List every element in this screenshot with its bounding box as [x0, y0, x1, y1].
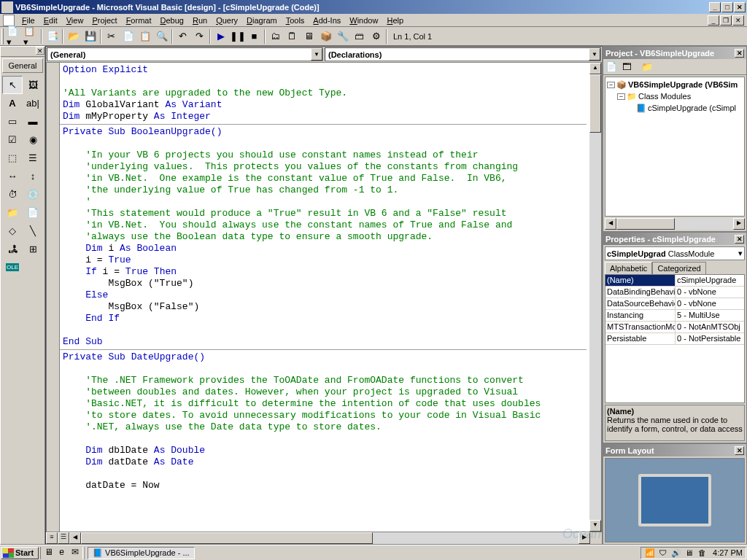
- start-button[interactable]: ▶: [212, 28, 229, 44]
- add-form-button[interactable]: 📋▾: [23, 28, 39, 44]
- menu-view[interactable]: View: [62, 15, 88, 26]
- copy-button[interactable]: 📄: [120, 28, 136, 44]
- save-button[interactable]: 💾: [82, 28, 98, 44]
- tab-categorized[interactable]: Categorized: [652, 262, 705, 274]
- dirlistbox-tool[interactable]: 📁: [2, 203, 23, 222]
- menu-edit[interactable]: Edit: [39, 15, 62, 26]
- textbox-tool[interactable]: ab|: [23, 94, 43, 112]
- tray-icon[interactable]: 📶: [644, 548, 655, 558]
- code-margin[interactable]: [47, 63, 60, 532]
- menu-diagram[interactable]: Diagram: [242, 15, 282, 26]
- property-row[interactable]: Persistable0 - NotPersistable: [605, 333, 744, 345]
- code-editor[interactable]: Option Explicit 'All Variants are upgrad…: [60, 63, 589, 532]
- toggle-folders-button[interactable]: 📁: [640, 61, 654, 74]
- listbox-tool[interactable]: ☰: [23, 149, 43, 167]
- open-button[interactable]: 📂: [65, 28, 82, 44]
- maximize-button[interactable]: □: [721, 2, 733, 12]
- toolbar-grip[interactable]: [1, 28, 4, 44]
- data-tool[interactable]: ⊞: [23, 240, 43, 258]
- menu-project[interactable]: Project: [88, 15, 121, 26]
- project-hscrollbar[interactable]: ◀▶: [605, 218, 745, 230]
- find-button[interactable]: 🔍: [153, 28, 170, 44]
- tray-icon[interactable]: 🖥: [684, 548, 694, 557]
- tray-icon[interactable]: 🛡: [657, 548, 668, 557]
- property-row[interactable]: Instancing5 - MultiUse: [605, 310, 744, 322]
- scroll-left-button[interactable]: ◀: [69, 532, 81, 544]
- redo-button[interactable]: ↷: [191, 28, 208, 44]
- vscrollbar-tool[interactable]: ↕: [23, 167, 43, 185]
- combobox-tool[interactable]: ⬚: [2, 149, 23, 167]
- frame-tool[interactable]: ▭: [2, 112, 23, 131]
- scroll-thumb-h[interactable]: [81, 532, 373, 544]
- menu-run[interactable]: Run: [188, 15, 212, 26]
- menu-query[interactable]: Query: [212, 15, 242, 26]
- component-manager-button[interactable]: ⚙: [368, 28, 384, 44]
- form-layout-button[interactable]: 🖥: [301, 28, 317, 44]
- properties-grid[interactable]: (Name)cSimpleUpgradeDataBindingBehavio0 …: [605, 274, 745, 403]
- menu-tools[interactable]: Tools: [282, 15, 309, 26]
- add-project-button[interactable]: 📄▾: [6, 28, 23, 44]
- filelistbox-tool[interactable]: 📄: [23, 203, 43, 222]
- toolbox-tab-general[interactable]: General: [2, 58, 43, 73]
- vertical-scrollbar[interactable]: ▲ ▼: [589, 63, 601, 532]
- show-desktop-icon[interactable]: 🖥: [42, 547, 55, 559]
- minimize-button[interactable]: _: [709, 2, 721, 12]
- scroll-up-button[interactable]: ▲: [589, 63, 601, 74]
- outlook-icon[interactable]: ✉: [69, 547, 81, 559]
- break-button[interactable]: ❚❚: [229, 28, 246, 44]
- hscrollbar-tool[interactable]: ↔: [2, 167, 23, 185]
- expand-icon[interactable]: −: [607, 82, 615, 88]
- clock[interactable]: 4:27 PM: [713, 548, 743, 557]
- properties-window-button[interactable]: 🗒: [284, 28, 301, 44]
- procedure-view-button[interactable]: ≡: [46, 532, 58, 544]
- start-button[interactable]: Start: [1, 547, 39, 559]
- optionbutton-tool[interactable]: ◉: [23, 131, 43, 149]
- picturebox-tool[interactable]: 🖼: [23, 76, 43, 94]
- menu-format[interactable]: Format: [122, 15, 156, 26]
- procedure-dropdown[interactable]: (Declarations)▼: [325, 47, 601, 61]
- menu-add-ins[interactable]: Add-Ins: [309, 15, 345, 26]
- close-icon[interactable]: ✕: [735, 235, 744, 244]
- close-icon[interactable]: ✕: [735, 446, 744, 455]
- checkbox-tool[interactable]: ☑: [2, 131, 23, 149]
- scroll-right-button[interactable]: ▶: [578, 532, 590, 544]
- paste-button[interactable]: 📋: [136, 28, 153, 44]
- property-row[interactable]: MTSTransactionMod0 - NotAnMTSObj: [605, 322, 744, 333]
- menu-debug[interactable]: Debug: [155, 15, 187, 26]
- full-module-view-button[interactable]: ☰: [58, 532, 69, 544]
- menu-editor-button[interactable]: 📑: [44, 28, 61, 44]
- taskbar-item-vb6[interactable]: 📘VB6SimpleUpgrade - ...: [88, 547, 195, 559]
- dropdown-arrow-icon[interactable]: ▼: [589, 48, 600, 61]
- object-dropdown[interactable]: (General)▼: [47, 47, 323, 61]
- mdi-minimize-button[interactable]: _: [708, 15, 719, 26]
- project-explorer-button[interactable]: 🗂: [267, 28, 284, 44]
- form-layout-area[interactable]: [605, 458, 745, 542]
- menu-file[interactable]: File: [18, 15, 39, 26]
- pointer-tool[interactable]: ↖: [2, 76, 23, 94]
- close-button[interactable]: ✕: [734, 2, 746, 12]
- object-browser-button[interactable]: 📦: [317, 28, 334, 44]
- mdi-restore-button[interactable]: ❐: [720, 15, 732, 26]
- menu-window[interactable]: Window: [345, 15, 382, 26]
- shape-tool[interactable]: ◇: [2, 222, 23, 240]
- view-code-button[interactable]: 📄: [604, 61, 619, 74]
- tab-alphabetic[interactable]: Alphabetic: [605, 262, 652, 274]
- property-row[interactable]: DataSourceBehavio0 - vbNone: [605, 298, 744, 310]
- cut-button[interactable]: ✂: [103, 28, 120, 44]
- data-view-button[interactable]: 🗃: [351, 28, 368, 44]
- scroll-down-button[interactable]: ▼: [589, 520, 601, 532]
- label-tool[interactable]: A: [2, 94, 23, 112]
- expand-icon[interactable]: −: [617, 93, 625, 100]
- toolbox-close-icon[interactable]: ✕: [36, 47, 44, 55]
- menu-help[interactable]: Help: [382, 15, 408, 26]
- ie-icon[interactable]: e: [55, 547, 68, 559]
- dropdown-arrow-icon[interactable]: ▼: [311, 48, 322, 61]
- undo-button[interactable]: ↶: [174, 28, 191, 44]
- horizontal-scrollbar[interactable]: ◀ ▶: [69, 532, 590, 544]
- object-selector[interactable]: cSimpleUpgrad ClassModule▾: [605, 246, 745, 260]
- scroll-thumb[interactable]: [589, 74, 601, 133]
- toolbox-button[interactable]: 🔧: [334, 28, 351, 44]
- mdi-close-button[interactable]: ✕: [732, 15, 744, 26]
- commandbutton-tool[interactable]: ▬: [23, 112, 43, 131]
- image-tool[interactable]: 🏞: [2, 240, 23, 258]
